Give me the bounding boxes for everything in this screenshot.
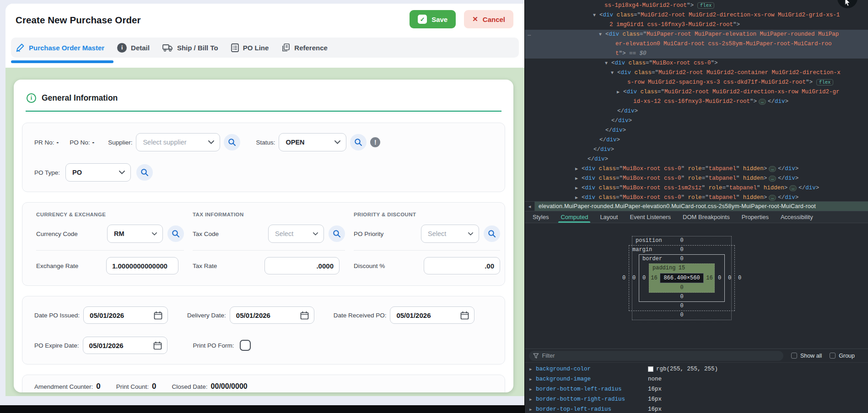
expand-icon[interactable]: …: [769, 195, 776, 201]
tab-po-line[interactable]: PO Line: [231, 43, 269, 52]
date-received-po-value: 05/01/2026: [396, 311, 431, 319]
po-type-select[interactable]: PO: [65, 163, 131, 182]
list-icon: [231, 43, 239, 52]
po-priority-search-icon[interactable]: [484, 225, 500, 242]
devtools-tab-dom-breakpoints[interactable]: DOM Breakpoints: [677, 211, 736, 223]
flex-badge[interactable]: flex: [697, 2, 714, 9]
tax-code-search-icon[interactable]: [329, 225, 345, 242]
supplier-search-icon[interactable]: [224, 134, 240, 150]
tax-code-select[interactable]: Select: [268, 225, 324, 243]
dom-tree-line[interactable]: ▼<div class="MuiGrid2-root MuiGrid2-cont…: [525, 68, 868, 78]
currency-code-select[interactable]: RM: [107, 225, 163, 243]
expand-arrow-icon[interactable]: ▶: [529, 387, 536, 392]
devtools-tab-accessibility[interactable]: Accessibility: [775, 211, 819, 223]
expand-arrow-icon[interactable]: ▶: [529, 407, 536, 412]
expand-arrow-icon[interactable]: ▶: [529, 367, 536, 372]
tab-detail[interactable]: iDetail: [117, 43, 150, 53]
devtools-tab-properties[interactable]: Properties: [736, 211, 775, 223]
po-type-search-icon[interactable]: [136, 164, 153, 181]
devtools-tab-layout[interactable]: Layout: [594, 211, 624, 223]
dom-tree-line[interactable]: id-xs-12 css-16fnxy3-MuiGrid2-root">…</d…: [525, 97, 868, 107]
dom-tree-line[interactable]: </div>: [525, 116, 868, 126]
code-token: class: [637, 89, 658, 95]
breadcrumb[interactable]: elevation.MuiPaper-rounded.MuiPaper-elev…: [535, 202, 868, 211]
computed-property-row[interactable]: ▶background-colorrgb(255, 255, 255): [525, 364, 868, 374]
dom-tree-line[interactable]: ▶<div class="MuiBox-root css-1sm2s1z" ro…: [525, 183, 868, 193]
cancel-button[interactable]: ✕ Cancel: [464, 10, 513, 28]
box-model-content[interactable]: 866.400×560: [660, 273, 704, 283]
flex-badge[interactable]: flex: [816, 79, 833, 86]
po-expire-date-input[interactable]: 05/01/2026: [83, 337, 167, 354]
computed-property-row[interactable]: ▶border-top-left-radius16px: [525, 404, 868, 413]
expand-icon[interactable]: …: [769, 166, 776, 172]
dom-tree-line[interactable]: </div>: [525, 145, 868, 155]
devtools-tab-computed[interactable]: Computed: [555, 211, 594, 223]
discount-label: Discount %: [354, 263, 385, 269]
group-checkbox[interactable]: Group: [830, 353, 855, 359]
tax-rate-input[interactable]: .0000: [264, 257, 340, 274]
breadcrumb-back-button[interactable]: ◂: [525, 202, 535, 211]
code-token: ">: [687, 2, 694, 9]
expand-icon[interactable]: …: [769, 176, 776, 182]
computed-property-row[interactable]: ▶border-bottom-left-radius16px: [525, 384, 868, 394]
devtools-tab-styles[interactable]: Styles: [527, 211, 555, 223]
box-model-position[interactable]: position0 0 margin0 0 border0 0: [632, 236, 732, 320]
expand-icon[interactable]: …: [789, 185, 797, 191]
delivery-date-input[interactable]: 05/01/2026: [230, 306, 314, 324]
tab-ship-bill-to[interactable]: Ship / Bill To: [162, 44, 218, 52]
more-actions-icon[interactable]: …: [528, 30, 532, 39]
discount-value: .00: [485, 262, 494, 270]
devtools-tab-event-listeners[interactable]: Event Listeners: [624, 211, 677, 223]
dom-tree-line[interactable]: ss-1pi8xg4-MuiGrid2-root">flex: [525, 1, 868, 11]
dom-tree-line[interactable]: </div>: [525, 126, 868, 135]
po-priority-select[interactable]: Select: [421, 225, 479, 243]
box-model-border[interactable]: border0 0 padding15 16 866.400×560 16: [639, 254, 725, 302]
tab-reference[interactable]: Reference: [281, 43, 328, 52]
discount-input[interactable]: .00: [424, 257, 500, 274]
code-token: >: [623, 127, 626, 134]
tab-purchase-order-master[interactable]: Purchase Order Master: [16, 43, 104, 52]
date-po-issued-input[interactable]: 05/01/2026: [83, 306, 168, 324]
dom-tree-line[interactable]: t"> == $0: [525, 49, 868, 59]
dom-tree-line[interactable]: 2 imgGird1 css-16fnxy3-MuiGrid2-root">: [525, 20, 868, 30]
print-po-form-checkbox[interactable]: [240, 340, 251, 351]
date-received-po-input[interactable]: 05/01/2026: [390, 306, 474, 324]
code-token: div: [615, 60, 625, 66]
box-model-margin[interactable]: margin0 0 border0 0 padding15: [629, 245, 735, 311]
currency-header: CURRENCY & EXCHANGE: [36, 212, 184, 217]
expand-arrow-icon[interactable]: ▶: [529, 377, 536, 382]
exchange-rate-input[interactable]: 1.0000000000000: [106, 257, 178, 274]
dom-tree-line[interactable]: ▶<div class="MuiGrid2-root MuiGrid2-dire…: [525, 87, 868, 97]
supplier-select[interactable]: Select supplier: [136, 133, 220, 151]
screen: Create New Purchase Order ✓ Save ✕ Cance…: [0, 0, 868, 413]
chevron-down-icon: [334, 140, 340, 144]
code-token: =": [616, 185, 623, 191]
elements-tree[interactable]: ss-1pi8xg4-MuiGrid2-root">flex▼<div clas…: [525, 0, 868, 201]
save-button[interactable]: ✓ Save: [410, 10, 456, 28]
dom-tree-line[interactable]: …▼<div class="MuiPaper-root MuiPaper-ele…: [525, 30, 868, 39]
computed-property-row[interactable]: ▶border-bottom-right-radius16px: [525, 394, 868, 404]
status-search-icon[interactable]: [350, 134, 367, 150]
dom-tree-line[interactable]: ▶<div class="MuiBox-root css-0" role="ta…: [525, 193, 868, 201]
code-token: ">: [733, 21, 740, 28]
box-model-padding[interactable]: padding15 16 866.400×560 16 0: [649, 263, 715, 293]
dom-tree-line[interactable]: ▶<div class="MuiBox-root css-0" role="ta…: [525, 164, 868, 174]
code-token: =": [616, 175, 623, 182]
dom-tree-line[interactable]: ▶<div class="MuiBox-root css-0" role="ta…: [525, 174, 868, 183]
computed-property-row[interactable]: ▶background-imagenone: [525, 374, 868, 384]
dom-tree-line[interactable]: ▼<div class="MuiGrid2-root MuiGrid2-dire…: [525, 11, 868, 20]
dom-tree-line[interactable]: </div>: [525, 135, 868, 145]
show-all-checkbox[interactable]: Show all: [791, 353, 822, 359]
expand-icon[interactable]: …: [759, 99, 766, 105]
currency-column: CURRENCY & EXCHANGE Currency Code RM: [36, 212, 184, 274]
expand-arrow-icon[interactable]: ▶: [529, 397, 536, 402]
dom-tree-line[interactable]: s-row MuiGrid2-spacing-xs-3 css-dkd71f-M…: [525, 78, 868, 87]
dom-tree-line[interactable]: er-elevation0 MuiCard-root css-2s58ym-Mu…: [525, 39, 868, 49]
code-token: div: [594, 156, 605, 162]
dom-tree-line[interactable]: ▼<div class="MuiBox-root css-0">: [525, 59, 868, 68]
dom-tree-line[interactable]: </div>: [525, 107, 868, 116]
dom-tree-line[interactable]: </div>: [525, 155, 868, 164]
filter-input[interactable]: [542, 353, 779, 359]
status-select[interactable]: OPEN: [279, 133, 346, 151]
currency-search-icon[interactable]: [167, 225, 184, 242]
